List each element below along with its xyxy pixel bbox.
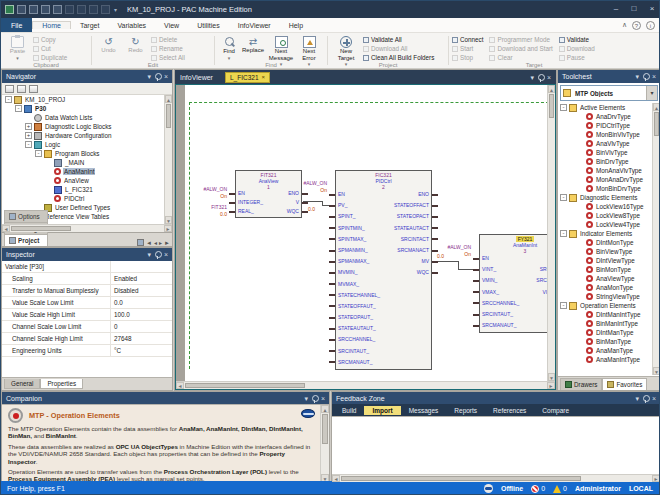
block-output-pin[interactable]: STATEOFFACT — [394, 200, 431, 211]
target-button[interactable]: Connect — [452, 35, 483, 44]
tree-item[interactable]: AnaManInt — [2, 167, 172, 176]
ribbon-tab[interactable]: Target — [71, 22, 108, 29]
toolchest-item[interactable]: MonBinDrvType — [558, 184, 660, 193]
scroll-up-icon[interactable]: ▲ — [321, 405, 329, 413]
toolchest-item[interactable]: AnaManType — [558, 346, 660, 355]
toolchest-item[interactable]: MonAnaVlvType — [558, 166, 660, 175]
toolchest-item[interactable]: DIntManType — [558, 328, 660, 337]
toolchest-item[interactable]: PIDCtrlType — [558, 121, 660, 130]
warning-count-icon[interactable] — [553, 485, 561, 493]
redo-icon[interactable] — [77, 5, 86, 14]
tab-favorites[interactable]: Favorites — [602, 378, 647, 390]
scroll-down-icon[interactable]: ▼ — [548, 373, 555, 381]
project-small-button[interactable]: Download All — [363, 44, 434, 53]
toolchest-item[interactable]: AnaDrvType — [558, 112, 660, 121]
pin-icon[interactable] — [155, 250, 160, 259]
tree-item[interactable]: Data Watch Lists — [2, 113, 172, 122]
tab-close-icon[interactable]: × — [262, 72, 266, 83]
clipboard-small-button[interactable]: Cut — [33, 44, 67, 53]
toolchest-item[interactable]: - Indicator Elements — [558, 229, 660, 238]
save-icon[interactable] — [17, 5, 26, 14]
scroll-left-icon[interactable]: ◄ — [2, 225, 10, 232]
block-input-pin[interactable]: SPINTMAX_ — [336, 234, 380, 245]
scroll-down-icon[interactable]: ▼ — [165, 216, 172, 224]
tree-item[interactable]: - Logic — [2, 140, 172, 149]
expander-icon[interactable]: - — [5, 96, 12, 103]
expander-icon[interactable] — [577, 176, 584, 183]
tree-item[interactable]: L_FIC321 — [2, 185, 172, 194]
block-input-pin[interactable]: EN — [336, 189, 380, 200]
expander-icon[interactable]: - — [15, 105, 22, 112]
expander-icon[interactable] — [45, 168, 52, 175]
panel-menu-icon[interactable]: ▾ — [530, 71, 534, 84]
feedback-tab[interactable]: Messages — [401, 406, 447, 415]
toolchest-item[interactable]: BinDrvType — [558, 157, 660, 166]
tab-scroll-last-icon[interactable]: ► — [164, 240, 170, 246]
block-output-pin[interactable]: SRCINTACT — [394, 234, 431, 245]
expander-icon[interactable] — [45, 177, 52, 184]
pin-icon[interactable] — [538, 73, 543, 82]
fbd-block-anamanint[interactable]: FY321 AnaManInt 3 EN VINT_ VMIN_ VMAX_ S… — [479, 234, 556, 333]
block-input-pin[interactable]: MVMAX_ — [336, 279, 380, 290]
toolchest-item[interactable]: AnaManIntType — [558, 355, 660, 364]
target-button[interactable]: Validate — [559, 35, 595, 44]
expander-icon[interactable] — [577, 212, 584, 219]
panel-close-icon[interactable]: × — [547, 71, 551, 84]
edit-small-button[interactable]: Select All — [151, 53, 185, 62]
property-value[interactable]: 0 — [110, 321, 172, 332]
document-tab-l-fic321[interactable]: L_FIC321 × — [225, 72, 270, 83]
expander-icon[interactable] — [577, 221, 584, 228]
scroll-right-icon[interactable]: ► — [652, 475, 660, 482]
toolchest-item[interactable]: AnaVlvType — [558, 139, 660, 148]
pin-icon[interactable] — [643, 394, 648, 403]
block-input-pin[interactable]: SPINT_ — [336, 211, 380, 222]
expander-icon[interactable] — [577, 347, 584, 354]
target-button[interactable]: Clear — [489, 53, 552, 62]
tree-item[interactable]: PIDCtrl — [2, 194, 172, 203]
property-row[interactable]: Channel Scale Low Limit 0 — [2, 321, 172, 333]
target-button[interactable]: Stop — [452, 53, 483, 62]
replace-button[interactable]: ⇄ Replace — [240, 35, 266, 54]
panel-close-icon[interactable]: × — [652, 392, 656, 405]
tree-item[interactable]: _MAIN — [2, 158, 172, 167]
tree-item[interactable]: AnaView — [2, 176, 172, 185]
navigator-vertical-scrollbar[interactable]: ▲ ▼ — [164, 95, 172, 224]
block-output-pin[interactable]: WQC — [394, 267, 431, 278]
canvas-horizontal-scrollbar[interactable]: ◄ ► — [176, 381, 555, 389]
find-button[interactable]: Find ▾ — [218, 35, 240, 61]
block-input-pin[interactable]: VMAX_ — [480, 287, 519, 298]
companion-vertical-scrollbar[interactable]: ▲ ▼ — [320, 405, 329, 482]
ribbon-tab[interactable]: Utilities — [188, 22, 229, 29]
close-button[interactable]: × — [643, 1, 660, 18]
expander-icon[interactable] — [577, 266, 584, 273]
expander-icon[interactable] — [45, 159, 52, 166]
toolchest-item[interactable]: AnaViewType — [558, 274, 660, 283]
panel-menu-icon[interactable]: ▾ — [635, 392, 639, 405]
block-output-pin[interactable]: SRCMANACT — [394, 245, 431, 256]
tree-item[interactable]: - Program Blocks — [2, 149, 172, 158]
tree-item[interactable]: + Hardware Configuration — [2, 131, 172, 140]
expander-icon[interactable]: + — [25, 132, 32, 139]
scroll-right-icon[interactable]: ► — [164, 225, 172, 232]
target-button[interactable]: Start — [452, 44, 483, 53]
feedback-tab[interactable]: References — [485, 406, 534, 415]
help-icon[interactable]: ? — [632, 21, 641, 30]
scrollbar-thumb[interactable] — [11, 226, 71, 231]
download-icon[interactable] — [101, 5, 110, 14]
block-input-pin[interactable]: STATEOFFAUT_ — [336, 301, 380, 312]
block-input-pin[interactable]: STATEAUTAUT_ — [336, 323, 380, 334]
canvas-vertical-scrollbar[interactable]: ▲ ▼ — [547, 85, 555, 381]
fbd-block-anaview[interactable]: FIT321 AnaView 1 EN INTEGER_ REAL_ ENO V… — [235, 170, 302, 218]
expander-icon[interactable]: - — [35, 150, 42, 157]
edit-small-button[interactable]: Delete — [151, 35, 185, 44]
minimize-button[interactable]: – — [607, 1, 625, 18]
block-input-pin[interactable]: SPINTMIN_ — [336, 223, 380, 234]
expander-icon[interactable] — [577, 338, 584, 345]
tab-scroll-first-icon[interactable]: ◄ — [146, 240, 152, 246]
property-value[interactable]: °C — [110, 345, 172, 356]
clipboard-small-button[interactable]: Duplicate — [33, 53, 67, 62]
property-row[interactable]: Channel Scale High Limit 27648 — [2, 333, 172, 345]
property-row[interactable]: Engineering Units °C — [2, 345, 172, 357]
target-button[interactable]: Download — [559, 44, 595, 53]
tab-navigator[interactable]: Options — [4, 210, 48, 222]
